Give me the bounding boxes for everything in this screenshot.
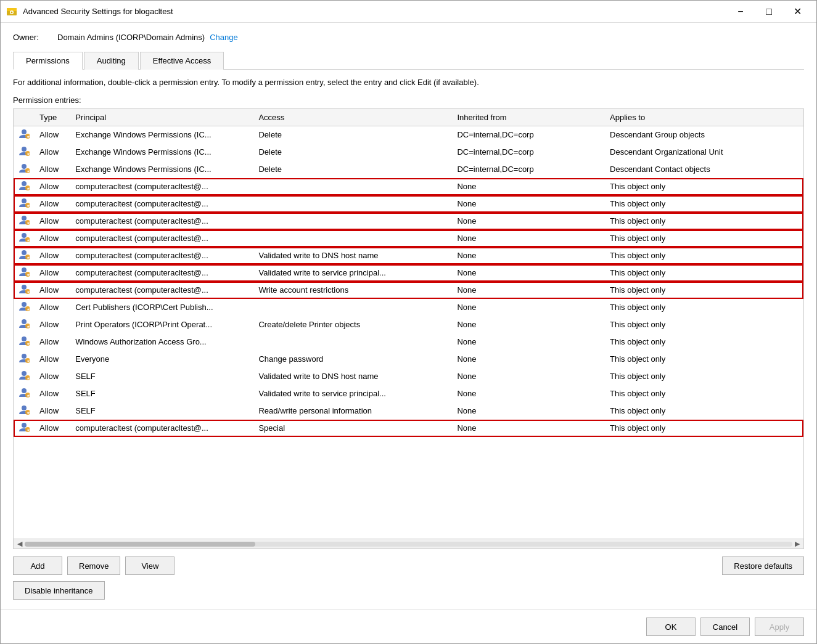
cell-access: Delete (253, 126, 452, 144)
cell-access: Write account restrictions (253, 282, 452, 299)
permission-entries-label: Permission entries: (13, 96, 804, 105)
svg-text:★: ★ (27, 342, 30, 346)
table-row[interactable]: ★ AllowSELFValidated write to service pr… (14, 385, 803, 402)
cell-applies_to: This object only (605, 282, 803, 299)
user-icon: ★ (18, 163, 30, 174)
col-icon (14, 109, 35, 126)
cell-type: Allow (35, 178, 70, 195)
cell-access: Special (253, 420, 452, 437)
close-button[interactable]: ✕ (783, 2, 811, 22)
table-row[interactable]: ★ AllowSELFValidated write to DNS host n… (14, 368, 803, 385)
action-buttons-row: Add Remove View Restore defaults (13, 556, 804, 575)
user-icon: ★ (18, 266, 30, 277)
cell-access (253, 213, 452, 230)
disable-inheritance-button[interactable]: Disable inheritance (13, 581, 105, 600)
table-row[interactable]: ★ Allowcomputeracltest (computeracltest@… (14, 282, 803, 299)
cell-type: Allow (35, 402, 70, 420)
view-button[interactable]: View (125, 556, 174, 575)
horizontal-scrollbar[interactable]: ◀ ▶ (14, 539, 803, 548)
svg-text:★: ★ (27, 256, 30, 259)
svg-text:★: ★ (27, 428, 30, 432)
svg-text:★: ★ (27, 273, 30, 277)
cell-inherited_from: None (452, 420, 605, 437)
table-row[interactable]: ★ Allowcomputeracltest (computeracltest@… (14, 264, 803, 282)
dialog-footer: OK Cancel Apply (1, 609, 816, 643)
svg-text:★: ★ (27, 394, 30, 397)
cell-principal: computeracltest (computeracltest@... (70, 282, 253, 299)
row-icon-cell: ★ (14, 213, 35, 230)
tab-permissions[interactable]: Permissions (13, 52, 83, 70)
cell-type: Allow (35, 368, 70, 385)
table-row[interactable]: ★ Allowcomputeracltest (computeracltest@… (14, 178, 803, 195)
cell-principal: SELF (70, 368, 253, 385)
svg-point-3 (11, 11, 13, 13)
table-row[interactable]: ★ AllowPrint Operators (ICORP\Print Oper… (14, 316, 803, 333)
add-button[interactable]: Add (13, 556, 62, 575)
cell-principal: Exchange Windows Permissions (IC... (70, 161, 253, 178)
row-icon-cell: ★ (14, 178, 35, 195)
cell-principal: Cert Publishers (ICORP\Cert Publish... (70, 299, 253, 316)
cell-access: Validated write to DNS host name (253, 368, 452, 385)
table-row[interactable]: ★ AllowEveryoneChange passwordNoneThis o… (14, 351, 803, 368)
cell-access: Delete (253, 144, 452, 161)
cell-inherited_from: None (452, 213, 605, 230)
table-row[interactable]: ★ AllowExchange Windows Permissions (IC.… (14, 161, 803, 178)
ok-button[interactable]: OK (646, 618, 696, 636)
row-icon-cell: ★ (14, 316, 35, 333)
table-row[interactable]: ★ AllowSELFRead/write personal informati… (14, 402, 803, 420)
cell-applies_to: Descendant Organizational Unit (605, 144, 803, 161)
table-row[interactable]: ★ Allowcomputeracltest (computeracltest@… (14, 213, 803, 230)
row-icon-cell: ★ (14, 351, 35, 368)
cell-principal: computeracltest (computeracltest@... (70, 178, 253, 195)
table-scroll-area[interactable]: Type Principal Access Inherited from App… (14, 109, 803, 539)
row-icon-cell: ★ (14, 402, 35, 420)
cell-applies_to: Descendant Contact objects (605, 161, 803, 178)
scroll-track (25, 542, 792, 547)
apply-button[interactable]: Apply (755, 618, 804, 636)
cell-access (253, 299, 452, 316)
cell-access (253, 230, 452, 247)
title-bar: Advanced Security Settings for blogaclte… (1, 1, 816, 23)
table-row[interactable]: ★ Allowcomputeracltest (computeracltest@… (14, 230, 803, 247)
cell-type: Allow (35, 385, 70, 402)
cell-applies_to: This object only (605, 247, 803, 264)
user-icon: ★ (18, 370, 30, 381)
cell-access (253, 178, 452, 195)
cell-type: Allow (35, 247, 70, 264)
svg-point-46 (22, 371, 27, 376)
tab-effective-access[interactable]: Effective Access (140, 52, 224, 70)
minimize-button[interactable]: − (726, 2, 755, 22)
svg-text:★: ★ (27, 169, 30, 173)
table-row[interactable]: ★ Allowcomputeracltest (computeracltest@… (14, 195, 803, 213)
cell-applies_to: This object only (605, 402, 803, 420)
owner-value: Domain Admins (ICORP\Domain Admins) (57, 33, 205, 42)
cell-applies_to: Descendant Group objects (605, 126, 803, 144)
table-row[interactable]: ★ Allowcomputeracltest (computeracltest@… (14, 420, 803, 437)
svg-point-34 (22, 302, 27, 307)
cell-applies_to: This object only (605, 420, 803, 437)
cell-inherited_from: None (452, 351, 605, 368)
tab-auditing[interactable]: Auditing (84, 52, 139, 70)
svg-text:★: ★ (27, 187, 30, 190)
cell-applies_to: This object only (605, 316, 803, 333)
permissions-table-container: Type Principal Access Inherited from App… (13, 108, 804, 549)
change-owner-link[interactable]: Change (210, 33, 238, 42)
remove-button[interactable]: Remove (67, 556, 120, 575)
svg-point-37 (22, 319, 27, 324)
user-icon: ★ (18, 301, 30, 312)
cell-type: Allow (35, 282, 70, 299)
user-icon: ★ (18, 249, 30, 260)
table-row[interactable]: ★ AllowCert Publishers (ICORP\Cert Publi… (14, 299, 803, 316)
table-row[interactable]: ★ AllowExchange Windows Permissions (IC.… (14, 144, 803, 161)
table-row[interactable]: ★ Allowcomputeracltest (computeracltest@… (14, 247, 803, 264)
cell-principal: computeracltest (computeracltest@... (70, 195, 253, 213)
row-icon-cell: ★ (14, 368, 35, 385)
row-icon-cell: ★ (14, 195, 35, 213)
table-row[interactable]: ★ AllowWindows Authorization Access Gro.… (14, 333, 803, 351)
cell-inherited_from: None (452, 230, 605, 247)
cancel-button[interactable]: Cancel (700, 618, 750, 636)
restore-defaults-button[interactable]: Restore defaults (722, 556, 804, 575)
cell-principal: Windows Authorization Access Gro... (70, 333, 253, 351)
table-row[interactable]: ★ AllowExchange Windows Permissions (IC.… (14, 126, 803, 144)
maximize-button[interactable]: □ (755, 2, 783, 22)
